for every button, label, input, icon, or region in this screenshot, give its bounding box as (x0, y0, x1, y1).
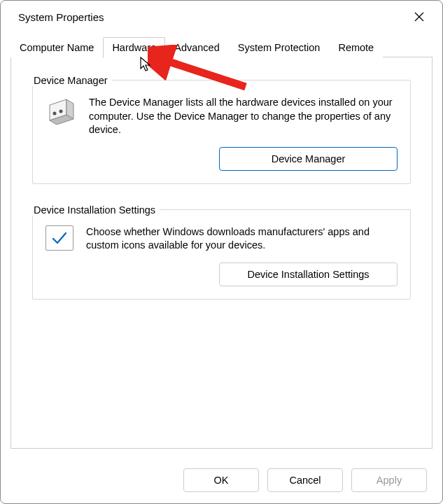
check-icon (51, 231, 68, 245)
close-button[interactable] (412, 9, 427, 24)
device-install-description: Choose whether Windows downloads manufac… (86, 225, 398, 253)
check-icon-box (45, 225, 73, 251)
tab-panel-hardware: Device Manager The Device M (10, 57, 433, 449)
group-label-device-manager: Device Manager (32, 75, 112, 86)
dialog-footer: OK Cancel Apply (183, 468, 427, 492)
tab-strip: Computer Name Hardware Advanced System P… (10, 37, 433, 57)
group-box-device-install: Choose whether Windows downloads manufac… (32, 209, 411, 300)
device-install-settings-button[interactable]: Device Installation Settings (219, 262, 398, 286)
svg-point-5 (53, 112, 57, 115)
window-title: System Properties (18, 11, 104, 23)
title-bar: System Properties (1, 1, 442, 30)
cancel-button[interactable]: Cancel (267, 468, 343, 492)
ok-button[interactable]: OK (183, 468, 259, 492)
button-row: Device Manager (45, 147, 398, 171)
device-manager-button[interactable]: Device Manager (219, 147, 398, 171)
tabs-container: Computer Name Hardware Advanced System P… (10, 37, 433, 449)
system-properties-window: System Properties Computer Name Hardware… (0, 0, 443, 504)
group-device-install: Device Installation Settings Choose whet… (32, 204, 411, 300)
group-label-device-install: Device Installation Settings (32, 204, 160, 216)
group-row: The Device Manager lists all the hardwar… (45, 96, 398, 137)
device-manager-description: The Device Manager lists all the hardwar… (89, 96, 398, 137)
apply-button: Apply (351, 468, 427, 492)
device-manager-icon (45, 96, 76, 127)
close-icon (414, 11, 425, 22)
tab-advanced[interactable]: Advanced (165, 37, 229, 57)
group-box-device-manager: The Device Manager lists all the hardwar… (32, 80, 411, 184)
button-row: Device Installation Settings (45, 262, 398, 286)
tab-system-protection[interactable]: System Protection (229, 37, 330, 57)
group-device-manager: Device Manager The Device M (32, 74, 411, 184)
tab-computer-name[interactable]: Computer Name (10, 37, 103, 57)
svg-point-6 (59, 110, 63, 113)
tab-hardware[interactable]: Hardware (103, 37, 165, 58)
tab-remote[interactable]: Remote (329, 37, 383, 57)
group-row: Choose whether Windows downloads manufac… (45, 225, 398, 253)
